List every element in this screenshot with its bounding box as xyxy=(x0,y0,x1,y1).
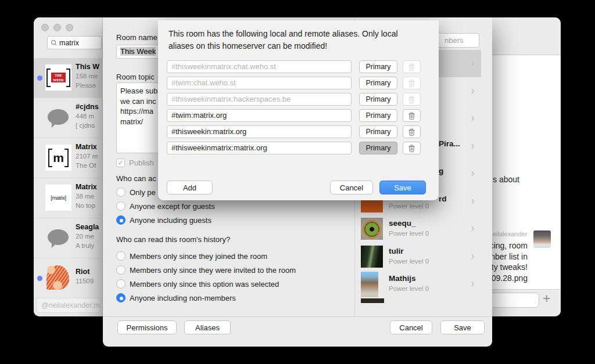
footer-separator xyxy=(103,316,492,317)
primary-button[interactable]: Primary xyxy=(359,93,397,106)
search-input[interactable]: matrix xyxy=(47,36,102,49)
room-list-item[interactable]: m Matrix 2107 m The Of xyxy=(34,138,103,178)
primary-button[interactable]: Primary xyxy=(359,60,397,73)
aliases-dialog: This room has the following local and re… xyxy=(158,20,439,200)
radio-button-selected[interactable] xyxy=(116,215,126,225)
delete-alias-button-disabled xyxy=(403,77,421,89)
room-avatar-bubble xyxy=(45,104,71,131)
alias-input[interactable]: #thisweekin:matrix.org xyxy=(167,125,352,138)
primary-button[interactable]: Primary xyxy=(359,77,397,89)
history-option[interactable]: Members only since this option was selec… xyxy=(116,279,279,289)
trash-icon xyxy=(408,111,415,120)
attach-plus-button[interactable]: + xyxy=(543,291,550,307)
radio-button-selected[interactable] xyxy=(116,293,126,302)
room-topic-preview: A truly xyxy=(76,242,102,249)
room-avatar-matrix-logo: [matrix] xyxy=(45,185,71,211)
room-list-item[interactable]: #cjdns 448 m [ cjdns xyxy=(34,98,103,138)
trash-icon xyxy=(408,79,415,87)
sidebar: matrix THEWEEK This W 158 me Please #cjd… xyxy=(34,17,103,316)
room-members-count: 448 m xyxy=(76,113,102,120)
primary-button-active[interactable]: Primary xyxy=(359,142,397,154)
room-members-count: 2107 m xyxy=(76,153,102,160)
alias-row: #twim:matrix.org Primary xyxy=(158,109,439,122)
radio-button[interactable] xyxy=(116,279,126,289)
room-avatar-matrix-m: m xyxy=(45,145,71,171)
room-list-item[interactable]: [matrix] Matrix 38 me No top xyxy=(34,178,103,218)
alias-input[interactable]: #thisweekinmatrix:matrix.org xyxy=(167,142,352,154)
publish-checkbox[interactable]: ✓ xyxy=(116,158,125,167)
room-avatar-riot xyxy=(45,265,71,291)
avatar xyxy=(361,272,378,297)
alias-row: #thisweekin:matrix.org Primary xyxy=(158,125,439,138)
permissions-button[interactable]: Permissions xyxy=(117,320,177,334)
primary-button[interactable]: Primary xyxy=(359,109,397,122)
radio-button[interactable] xyxy=(116,265,126,275)
room-topic-preview: [ cjdns xyxy=(76,122,102,129)
publish-checkbox-row[interactable]: ✓ Publish xyxy=(116,158,154,167)
close-button[interactable] xyxy=(41,24,49,31)
history-option[interactable]: Anyone including non-members xyxy=(116,293,236,302)
delete-alias-button[interactable] xyxy=(403,109,421,122)
room-title: Seagla xyxy=(76,223,102,231)
radio-button[interactable] xyxy=(116,251,126,261)
chat-sender-fragment: eilalexander xyxy=(493,230,527,237)
save-button[interactable]: Save xyxy=(379,181,426,194)
window-controls xyxy=(41,24,73,31)
account-status: @neilalexander:m xyxy=(36,298,101,313)
access-option[interactable]: Anyone including guests xyxy=(116,215,212,225)
add-alias-button[interactable]: Add xyxy=(167,181,213,194)
alias-input[interactable]: #twim:matrix.org xyxy=(167,109,352,122)
zoom-button[interactable] xyxy=(66,24,73,31)
room-name-label: Room name xyxy=(116,33,157,42)
room-list-item[interactable]: Seagla 20 me A truly xyxy=(34,218,103,258)
message-input[interactable] xyxy=(490,293,539,308)
member-row[interactable]: tulir Power level 0 › xyxy=(355,243,481,271)
room-list-item[interactable]: THEWEEK This W 158 me Please xyxy=(34,58,103,98)
radio-button[interactable] xyxy=(116,188,126,197)
search-value: matrix xyxy=(59,39,79,47)
member-row[interactable]: seequ_ Power level 0 › xyxy=(355,215,481,243)
chat-message-fragment: s about xyxy=(493,175,519,184)
trash-icon xyxy=(408,95,415,103)
publish-label: Publish xyxy=(129,158,154,167)
minimize-button[interactable] xyxy=(53,24,61,31)
unread-dot xyxy=(37,75,42,81)
access-option[interactable]: Only pe xyxy=(116,188,156,197)
room-topic-label: Room topic xyxy=(116,73,155,81)
delete-alias-button[interactable] xyxy=(403,142,421,154)
avatar xyxy=(361,298,384,303)
chevron-right-icon: › xyxy=(471,138,475,152)
room-members-count: 20 me xyxy=(76,233,102,240)
cancel-button[interactable]: Cancel xyxy=(330,181,373,194)
alias-row: #thisweekinmatrix:hackerspaces.be Primar… xyxy=(158,93,439,106)
history-option[interactable]: Members only since they were invited to … xyxy=(116,265,296,275)
chevron-right-icon: › xyxy=(471,165,475,179)
member-row[interactable]: Mathijs Power level 0 › xyxy=(355,271,481,298)
alias-row: #twim:chat.weho.st Primary xyxy=(158,77,439,89)
trash-icon xyxy=(408,63,415,71)
chevron-right-icon: › xyxy=(471,248,475,262)
save-button[interactable]: Save xyxy=(440,320,485,334)
delete-alias-button-disabled xyxy=(403,93,421,106)
alias-row: #thisweekinmatrix:chat.weho.st Primary xyxy=(158,60,439,73)
chevron-right-icon: › xyxy=(471,276,475,290)
room-title: #cjdns xyxy=(76,103,102,111)
room-avatar-bubble xyxy=(45,225,71,251)
cancel-button[interactable]: Cancel xyxy=(390,320,432,334)
access-option[interactable]: Anyone except for guests xyxy=(116,201,215,211)
room-members-count: 11509 xyxy=(76,277,102,284)
room-members-count: 38 me xyxy=(76,193,102,200)
primary-button[interactable]: Primary xyxy=(359,125,397,138)
chevron-right-icon: › xyxy=(471,193,475,207)
alias-input-readonly: #thisweekinmatrix:hackerspaces.be xyxy=(167,93,352,106)
delete-alias-button-disabled xyxy=(403,60,421,73)
room-title: Matrix xyxy=(76,183,102,191)
avatar xyxy=(533,230,551,248)
room-avatar-theweek: THEWEEK xyxy=(45,64,71,91)
history-option[interactable]: Members only since they joined the room xyxy=(116,251,267,261)
radio-button[interactable] xyxy=(116,201,126,211)
aliases-button[interactable]: Aliases xyxy=(184,320,231,334)
delete-alias-button[interactable] xyxy=(403,125,421,138)
room-list-item[interactable]: Riot 11509 xyxy=(34,258,103,298)
access-question-label: Who can ac xyxy=(116,174,156,183)
